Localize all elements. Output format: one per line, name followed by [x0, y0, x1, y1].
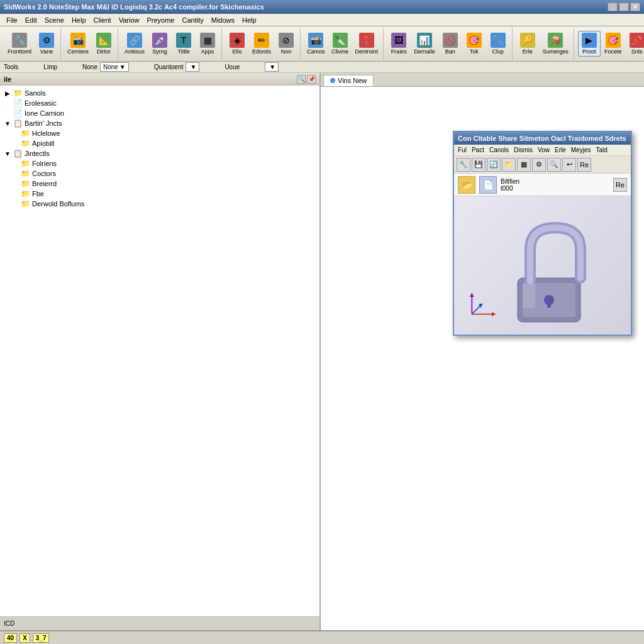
toolbar-btn-fronttoml[interactable]: 🔧 Fronttoml — [5, 31, 34, 57]
toolbar-btn-clup[interactable]: 📎 Clup — [487, 31, 509, 57]
dialog-3d-view — [454, 196, 631, 335]
toolbar-group-tools: 🔧 Fronttoml ⚙ Vane — [3, 28, 61, 60]
dialog-menu-ful[interactable]: Ful — [455, 146, 469, 154]
dialog-tool-search[interactable]: 🔍 — [547, 158, 561, 172]
menu-help2[interactable]: Help — [238, 16, 260, 25]
toolbar-btn-proot[interactable]: ▶ Proot — [578, 31, 601, 57]
toolbar-btn-dentroint[interactable]: 📍 Dentroint — [353, 31, 381, 57]
menu-edit[interactable]: Edit — [21, 16, 41, 25]
camos-icon: 📸 — [308, 33, 323, 48]
tree-item-coctors[interactable]: 📁 Coctors — [1, 169, 318, 179]
toolbar-btn-sumerges[interactable]: 📦 Sumerges — [540, 31, 571, 57]
quantoent-dropdown[interactable]: ▼ — [186, 62, 199, 72]
svg-marker-6 — [492, 312, 496, 316]
tree-label-sanols: Sanols — [25, 89, 46, 97]
dialog-tool-2[interactable]: 💾 — [472, 158, 486, 172]
tree-item-jintectls[interactable]: ▼ 📋 Jintectls — [1, 148, 318, 158]
dialog-menu-erle[interactable]: Erle — [552, 146, 569, 154]
focete-label: Focete — [604, 48, 622, 55]
tree-item-bartin[interactable]: ▼ 📋 Bartin' Jncts — [1, 118, 318, 128]
toolbar-row-6: 🖼 Fraies 📊 Dernaile 🚫 Ban 🎯 Tok 📎 Clup — [387, 31, 509, 57]
menu-preyome[interactable]: Preyome — [143, 16, 178, 25]
dialog-menu-tald[interactable]: Tald — [593, 146, 609, 154]
dialog-menu-meyjes[interactable]: Meyjes — [569, 146, 594, 154]
tree-item-fbe[interactable]: 📁 Fbe — [1, 189, 318, 199]
proot-label: Proot — [582, 48, 596, 55]
tree-item-hclelowe[interactable]: 📁 Hclelowe — [1, 128, 318, 138]
toolbar-group-none: ◈ Elio ✏ Edonits ⊘ Non — [223, 28, 301, 60]
toolbar-btn-dernaile[interactable]: 📊 Dernaile — [411, 31, 438, 57]
dialog-title-bar: Con Cltable Share Sitmeton Oacl Traidome… — [454, 132, 631, 145]
toolbar-btn-cemiere[interactable]: 📷 Cemiere — [65, 31, 91, 57]
dialog-menubar: Ful Pact Canols Dismis Vow Erle Meyjes T… — [454, 145, 631, 156]
none-dropdown[interactable]: None ▼ — [100, 62, 129, 72]
toolbar-btn-apps[interactable]: ▦ Apps — [196, 31, 219, 57]
tree-item-ione-carnion[interactable]: 📄 Ione Carnion — [1, 108, 318, 118]
dialog-title-text: Con Cltable Share Sitmeton Oacl Traidome… — [458, 135, 626, 142]
dialog-tool-4[interactable]: 📁 — [502, 158, 516, 172]
elio-icon: ◈ — [230, 33, 245, 48]
tree-item-apiobill[interactable]: 📁 Apiobill — [1, 138, 318, 148]
tree-item-folriens[interactable]: 📁 Folriens — [1, 158, 318, 169]
toolbar-btn-fraies[interactable]: 🖼 Fraies — [387, 31, 410, 57]
dialog-menu-canols[interactable]: Canols — [487, 146, 511, 154]
menu-midows[interactable]: Midows — [208, 16, 238, 25]
dialog-tool-undo[interactable]: ↩ — [562, 158, 576, 172]
menu-scene[interactable]: Scene — [41, 16, 68, 25]
toolbar-btn-non[interactable]: ⊘ Non — [275, 31, 297, 57]
panel-pin-btn[interactable]: 📌 — [307, 75, 316, 84]
toolbar-btn-focete[interactable]: 🎯 Focete — [602, 31, 625, 57]
edonits-label: Edonits — [252, 48, 271, 55]
menu-help1[interactable]: Help — [68, 16, 90, 25]
3d-model-svg — [480, 203, 606, 328]
maximize-button[interactable]: □ — [619, 3, 629, 11]
toolbar-btn-clivine[interactable]: 🔪 Clivine — [329, 31, 352, 57]
dialog-files-section: 📂 📄 Biltfien t000 Re — [454, 174, 631, 196]
toolbar-btn-anitious[interactable]: 🔗 Anitious — [122, 31, 147, 57]
toolbar-btn-edonits[interactable]: ✏ Edonits — [250, 31, 274, 57]
menu-file[interactable]: File — [3, 16, 21, 25]
file-info: Biltfien t000 — [501, 178, 519, 192]
camos-label: Camos — [307, 48, 325, 55]
toolbar-btn-vane[interactable]: ⚙ Vane — [35, 31, 58, 57]
dentroint-label: Dentroint — [355, 48, 379, 55]
toolbar-btn-ban[interactable]: 🚫 Ban — [439, 31, 462, 57]
dialog-menu-vow[interactable]: Vow — [535, 146, 552, 154]
dialog-menu-dismis[interactable]: Dismis — [511, 146, 535, 154]
dialog-tool-extra[interactable]: Re — [577, 158, 591, 172]
dialog-tool-5[interactable]: ▦ — [517, 158, 531, 172]
tree-label-hclelowe: Hclelowe — [32, 130, 60, 137]
toolbar-row-4: ◈ Elio ✏ Edonits ⊘ Non — [226, 31, 297, 57]
panel-search-btn[interactable]: 🔍 — [297, 75, 306, 84]
tab-label: Vins New — [338, 77, 367, 84]
dialog-tool-1[interactable]: 🔧 — [457, 158, 470, 172]
dialog-tool-3[interactable]: 🔄 — [487, 158, 501, 172]
toolbar-btn-snts[interactable]: 📌 Snts — [626, 31, 644, 57]
toolbar-btn-syrng[interactable]: 💉 Syrng — [148, 31, 171, 57]
dialog-extra-btn[interactable]: Re — [613, 178, 627, 192]
minimize-button[interactable]: _ — [608, 3, 618, 11]
close-button[interactable]: ✕ — [630, 3, 640, 11]
menu-client[interactable]: Client — [90, 16, 115, 25]
menu-bar: File Edit Scene Help Client Variow Preyo… — [0, 14, 644, 26]
tree-item-sanols[interactable]: ▶ 📁 Sanols — [1, 88, 318, 98]
toolbar-btn-elio[interactable]: ◈ Elio — [226, 31, 248, 57]
toolbar-btn-tok[interactable]: 🎯 Tok — [463, 31, 486, 57]
tree-item-derwold[interactable]: 📁 Derwold Boflums — [1, 199, 318, 209]
dialog-menu-pact[interactable]: Pact — [469, 146, 487, 154]
toolbar-btn-erle[interactable]: 🔑 Erle — [516, 31, 539, 57]
tree-label-folriens: Folriens — [32, 160, 57, 167]
toolbar-btn-tittle[interactable]: T Tittle — [172, 31, 195, 57]
dernaile-icon: 📊 — [417, 33, 432, 48]
menu-variow[interactable]: Variow — [115, 16, 143, 25]
toolbar-row-2: 📷 Cemiere 📐 Dirtor — [65, 31, 115, 57]
uoue-dropdown[interactable]: ▼ — [265, 62, 279, 72]
folder-icon: 📁 — [21, 169, 30, 178]
tree-item-breierrd[interactable]: 📁 Breierrd — [1, 179, 318, 189]
tree-item-erolesasic[interactable]: 📄 Erolesasic — [1, 98, 318, 108]
tab-vins-new[interactable]: Vins New — [323, 75, 374, 86]
toolbar-btn-camos[interactable]: 📸 Camos — [304, 31, 328, 57]
menu-cantity[interactable]: Cantity — [179, 16, 208, 25]
toolbar-btn-dirtor[interactable]: 📐 Dirtor — [92, 31, 115, 57]
dialog-tool-6[interactable]: ⚙ — [532, 158, 546, 172]
